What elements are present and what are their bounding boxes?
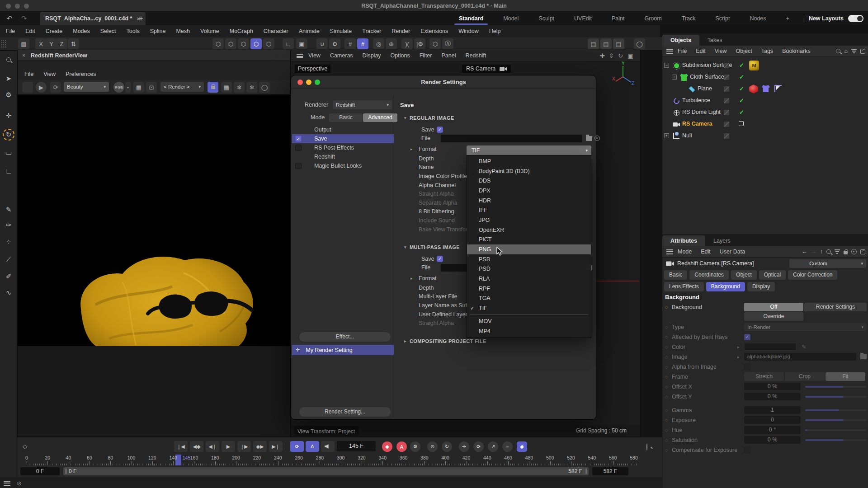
checkbox[interactable]: ✓: [295, 136, 302, 142]
slider[interactable]: [805, 409, 867, 411]
close-window-icon[interactable]: [6, 4, 11, 9]
menu-extensions[interactable]: Extensions: [420, 28, 448, 34]
vp-menu-view[interactable]: View: [308, 52, 321, 59]
transport-volume-button[interactable]: [321, 441, 335, 452]
slider[interactable]: [805, 396, 867, 398]
attr-tab-display[interactable]: Display: [747, 282, 775, 291]
camera-label[interactable]: RS Camera: [462, 65, 511, 73]
toolbar-edges-mode-icon[interactable]: ⬡: [225, 38, 236, 49]
transport-autokey-hud-button[interactable]: A: [306, 441, 319, 452]
tree-item-turbulence[interactable]: Turbulence✓: [662, 95, 868, 107]
settings-nav-magic-bullet-looks[interactable]: Magic Bullet Looks: [292, 161, 394, 170]
tab-takes[interactable]: Takes: [699, 35, 731, 46]
home-icon[interactable]: ⌂: [844, 48, 848, 54]
toolbar-lock-z-icon[interactable]: Z: [56, 38, 67, 49]
om-menu-view[interactable]: View: [715, 48, 727, 54]
tree-item-subdivision-surface[interactable]: −Subdivision Surface✓M: [662, 60, 868, 71]
layer-box[interactable]: [724, 122, 729, 127]
color-swatch[interactable]: [744, 343, 796, 351]
popout-icon[interactable]: [860, 49, 865, 54]
close-panel-icon[interactable]: ×: [22, 52, 25, 59]
vp-menu-redshift[interactable]: Redshift: [465, 52, 486, 59]
tool-scale-tool-icon[interactable]: ▭: [3, 147, 14, 159]
pan-view-icon[interactable]: ✚: [598, 52, 607, 60]
checkbox[interactable]: [744, 364, 750, 370]
multi-pass-header[interactable]: ▾MULTI-PASS IMAGE: [404, 244, 460, 250]
attr-select[interactable]: In-Render▾: [744, 323, 867, 331]
vp-menu-filter[interactable]: Filter: [420, 52, 432, 59]
minimize-window-icon[interactable]: [15, 4, 20, 9]
tool-rotate-tool-icon[interactable]: ↻: [3, 129, 14, 141]
enabled-check-icon[interactable]: ✓: [739, 97, 744, 104]
material-thumbnail[interactable]: M: [749, 61, 759, 70]
toolbar-workplane-icon[interactable]: ▦: [18, 38, 29, 49]
attr-tab-background[interactable]: Background: [706, 282, 745, 291]
tree-item-rs-dome-light[interactable]: RS Dome Light✓: [662, 107, 868, 118]
checkbox[interactable]: ✓: [744, 334, 750, 340]
enabled-check-icon[interactable]: ✓: [739, 62, 744, 69]
menu-spline[interactable]: Spline: [150, 28, 166, 34]
format-option-pict[interactable]: PICT: [467, 235, 591, 245]
layout-tab-paint[interactable]: Paint: [602, 12, 635, 25]
key-position-button[interactable]: ✛: [459, 441, 469, 452]
toolbar-render-view-icon[interactable]: ▤: [588, 38, 599, 49]
grid-icon[interactable]: ▦: [221, 82, 232, 93]
am-menu-edit[interactable]: Edit: [701, 249, 711, 255]
menu-tracker[interactable]: Tracker: [362, 28, 381, 34]
popout-icon[interactable]: [860, 249, 865, 254]
format-option-openexr[interactable]: OpenEXR: [467, 225, 591, 235]
format-option-jpg[interactable]: JPG: [467, 215, 591, 225]
compare-icon[interactable]: ◯: [259, 82, 270, 93]
menu-volume[interactable]: Volume: [200, 28, 219, 34]
value-field[interactable]: 0 %: [744, 393, 801, 400]
toolbar-grid-quantize-icon[interactable]: #: [357, 38, 368, 49]
toolbar-texture-mode-icon[interactable]: ⬡: [263, 38, 274, 49]
format-option-tif[interactable]: ✓TIF: [467, 303, 591, 313]
om-menu-object[interactable]: Object: [736, 48, 752, 54]
track-icon[interactable]: [851, 249, 857, 254]
image-file-input[interactable]: alphabackplate.jpg: [744, 353, 856, 361]
compositing-header[interactable]: ▸COMPOSITING PROJECT FILE: [404, 338, 486, 344]
value-field[interactable]: 0 °: [744, 426, 801, 434]
keyframe-diamond-icon[interactable]: ◇: [23, 443, 27, 450]
render-target-select[interactable]: < Render >▾: [160, 82, 204, 92]
new-layouts-toggle[interactable]: [848, 15, 863, 22]
layout-tab-standard[interactable]: Standard: [449, 12, 493, 25]
layout-tab-sculpt[interactable]: Sculpt: [528, 12, 564, 25]
submenu-icon[interactable]: ▸: [737, 345, 740, 349]
toolbar-snap-settings-icon[interactable]: ⚙: [329, 38, 340, 49]
om-menu-tags[interactable]: Tags: [761, 48, 773, 54]
transport-next-frame-button[interactable]: ❘▶: [237, 441, 251, 452]
slider[interactable]: [805, 429, 867, 431]
folder-icon[interactable]: [860, 354, 867, 359]
transport-next-key-button[interactable]: ◆▶: [253, 441, 267, 452]
rv-menu-file[interactable]: File: [24, 71, 33, 80]
settings-nav-output[interactable]: Output: [292, 125, 394, 134]
tool-move-tool-icon[interactable]: ✛: [3, 110, 14, 122]
up-icon[interactable]: ↑: [820, 249, 823, 255]
enabled-check-icon[interactable]: ✓: [739, 109, 744, 116]
channel-badge[interactable]: RGB: [113, 82, 124, 93]
format-option-mov[interactable]: MOV: [467, 316, 591, 326]
toolbar-axis-mode-icon[interactable]: ∟: [283, 38, 294, 49]
background-override-button[interactable]: Override: [744, 312, 803, 321]
search-icon[interactable]: [836, 49, 840, 53]
keyframe-selection-button[interactable]: ⊙: [427, 441, 438, 452]
mode-advanced-button[interactable]: Advanced: [363, 113, 397, 122]
back-icon[interactable]: ←: [802, 249, 807, 255]
tree-item-null[interactable]: +Null: [662, 130, 868, 142]
layout-tab-script[interactable]: Script: [705, 12, 740, 25]
timeline-zoom-icon[interactable]: [646, 444, 647, 450]
target-icon[interactable]: [594, 136, 600, 141]
menu-mograph[interactable]: MoGraph: [230, 28, 253, 34]
tab-layers[interactable]: Layers: [705, 235, 739, 246]
slider[interactable]: [805, 386, 867, 388]
phong-tag[interactable]: [774, 85, 782, 92]
preset-select[interactable]: Custom▾: [789, 259, 866, 268]
vp-menu-options[interactable]: Options: [391, 52, 410, 59]
background-render-settings-button[interactable]: Render Settings: [804, 303, 867, 311]
menu-create[interactable]: Create: [46, 28, 63, 34]
toolbar-lock-x-icon[interactable]: X: [35, 38, 47, 49]
minimize-dialog-icon[interactable]: [306, 80, 311, 85]
format-option-rpf[interactable]: RPF: [467, 284, 591, 294]
